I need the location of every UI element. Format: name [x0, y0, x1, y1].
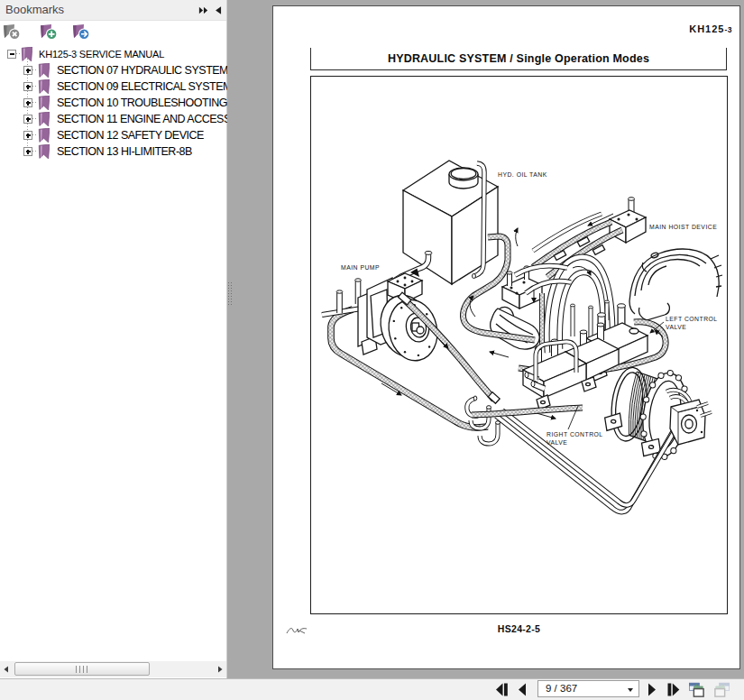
hydraulic-diagram: HYD. OIL TANK MAIN PUMP MAIN HOIST DEVIC…	[311, 77, 727, 613]
bookmark-row[interactable]: SECTION 10 TROUBLESHOOTING	[0, 95, 227, 111]
expand-icon[interactable]	[23, 131, 32, 140]
previous-view-button[interactable]	[687, 682, 706, 697]
scrollbar-thumb[interactable]	[14, 662, 150, 676]
bookmarks-toolbar	[0, 22, 226, 45]
page-indicator[interactable]: 9 / 367	[546, 683, 577, 694]
scroll-right-icon[interactable]	[216, 665, 225, 674]
bookmark-row[interactable]: SECTION 12 SAFETY DEVICE	[0, 127, 227, 143]
last-page-button[interactable]	[666, 682, 681, 697]
bookmark-icon	[37, 79, 50, 94]
page-title: HYDRAULIC SYSTEM / Single Operation Mode…	[388, 52, 649, 65]
expand-icon[interactable]	[23, 115, 32, 124]
main-pump	[358, 273, 443, 365]
bookmark-row[interactable]: SECTION 13 HI-LIMITER-8B	[0, 143, 227, 160]
figure-box: HYD. OIL TANK MAIN PUMP MAIN HOIST DEVIC…	[310, 76, 728, 614]
bookmark-row[interactable]: SECTION 07 HYDRAULIC SYSTEM	[0, 62, 227, 78]
signature-scribble	[285, 624, 308, 637]
label-tank: HYD. OIL TANK	[498, 171, 547, 178]
bookmark-icon	[37, 63, 50, 78]
figure-caption: HS24-2-5	[310, 623, 728, 634]
page-number-combo[interactable]: 9 / 367	[537, 680, 639, 697]
expand-icon[interactable]	[23, 98, 32, 107]
bookmark-icon	[37, 112, 50, 126]
first-page-button[interactable]	[495, 682, 510, 697]
bookmark-label[interactable]: KH125-3 SERVICE MANUAL	[39, 49, 164, 60]
next-view-button[interactable]	[712, 682, 731, 697]
pdf-page: KH125-3 HYDRAULIC SYSTEM / Single Operat…	[272, 5, 740, 669]
scrollbar-grip	[76, 666, 88, 673]
bookmark-row[interactable]: SECTION 11 ENGINE AND ACCESS	[0, 111, 227, 127]
panel-hscrollbar[interactable]	[0, 661, 226, 677]
goto-bookmark-icon[interactable]	[71, 24, 93, 43]
bookmark-icon	[37, 128, 50, 143]
panel-splitter[interactable]	[227, 280, 233, 309]
bookmark-label[interactable]: SECTION 11 ENGINE AND ACCESS	[57, 113, 227, 125]
collapse-root-icon[interactable]	[7, 50, 16, 59]
collapse-panel-icon[interactable]	[215, 5, 223, 15]
bookmarks-panel-title: Bookmarks	[5, 3, 64, 16]
bookmark-icon	[37, 96, 50, 110]
combo-dropdown-icon[interactable]	[628, 688, 633, 692]
bookmark-row[interactable]: SECTION 09 ELECTRICAL SYSTEM	[0, 78, 227, 95]
bookmarks-panel-header: Bookmarks	[0, 0, 226, 21]
label-left-valve-2: VALVE	[666, 324, 686, 330]
bookmark-label[interactable]: SECTION 12 SAFETY DEVICE	[57, 129, 204, 142]
expand-all-icon[interactable]	[198, 5, 208, 15]
delete-bookmark-icon[interactable]	[2, 24, 23, 43]
label-main-pump: MAIN PUMP	[341, 264, 380, 271]
bookmarks-panel: Bookmarks	[0, 0, 227, 678]
previous-page-button[interactable]	[517, 682, 528, 697]
bookmark-root-row[interactable]: KH125-3 SERVICE MANUAL	[0, 46, 227, 62]
label-main-hoist: MAIN HOIST DEVICE	[649, 224, 717, 230]
page-header-code: KH125-3	[689, 23, 732, 34]
label-left-valve-1: LEFT CONTROL	[666, 316, 718, 322]
next-page-button[interactable]	[647, 682, 657, 697]
add-bookmark-icon[interactable]	[39, 24, 60, 43]
bookmark-label[interactable]: SECTION 13 HI-LIMITER-8B	[57, 145, 192, 158]
bookmark-icon	[37, 144, 50, 159]
expand-icon[interactable]	[23, 82, 32, 91]
expand-icon[interactable]	[23, 66, 32, 75]
pdf-viewer-window: KH125-3 HYDRAULIC SYSTEM / Single Operat…	[0, 0, 744, 700]
bookmark-label[interactable]: SECTION 10 TROUBLESHOOTING	[57, 97, 227, 109]
label-right-valve-1: RIGHT CONTROL	[547, 431, 603, 438]
status-bar: 9 / 367	[0, 678, 744, 700]
bookmark-icon	[20, 47, 32, 61]
expand-icon[interactable]	[23, 147, 32, 156]
bookmark-label[interactable]: SECTION 09 ELECTRICAL SYSTEM	[57, 80, 227, 93]
bookmark-label[interactable]: SECTION 07 HYDRAULIC SYSTEM	[57, 64, 227, 77]
page-title-box: HYDRAULIC SYSTEM / Single Operation Mode…	[310, 48, 727, 70]
scroll-left-icon[interactable]	[2, 665, 11, 674]
label-right-valve-2: VALVE	[547, 439, 567, 446]
